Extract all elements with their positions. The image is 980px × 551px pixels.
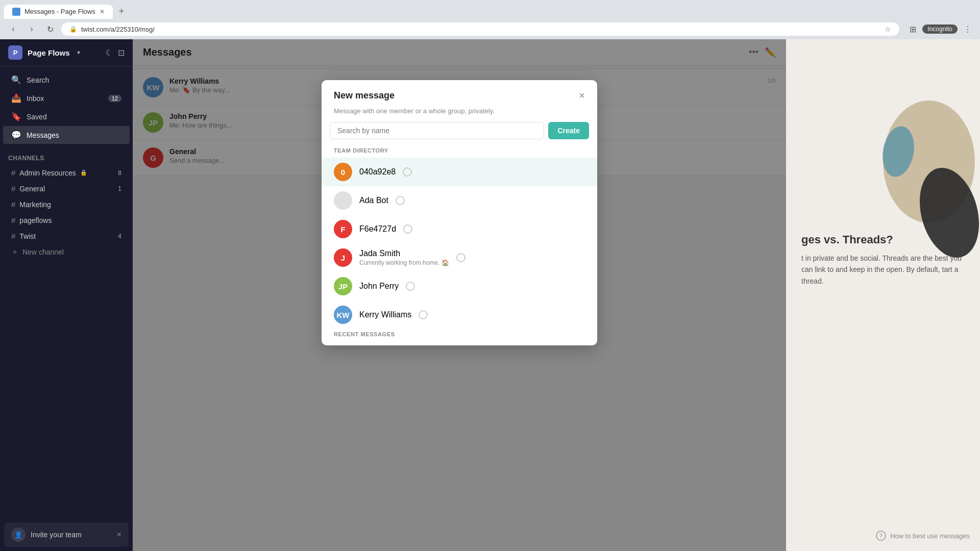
right-panel-heading: ges vs. Threads? <box>801 233 965 246</box>
back-btn[interactable]: ‹ <box>6 22 20 36</box>
browser-chrome: Messages - Page Flows ✕ + ‹ › ↻ 🔒 twist.… <box>0 0 980 39</box>
team-member-item-kw2[interactable]: KW Kerry Williams <box>322 300 597 329</box>
team-member-name-ada: Ada Bot <box>359 196 388 205</box>
twist-badge: 4 <box>118 233 121 240</box>
help-icon: ? <box>876 531 886 541</box>
reload-btn[interactable]: ↻ <box>43 22 57 36</box>
messages-icon: 💬 <box>11 130 21 140</box>
team-avatar-ada <box>334 191 352 210</box>
channel-item-twist[interactable]: # Twist 4 <box>3 229 130 243</box>
chrome-right: ⊞ Incognito ⋮ <box>908 22 974 36</box>
team-member-radio-f6e[interactable] <box>403 224 412 234</box>
sidebar-header-icons: ☾ ⊡ <box>106 48 125 58</box>
sidebar-item-messages[interactable]: 💬 Messages <box>3 126 130 144</box>
workspace-icon: P <box>8 45 22 60</box>
team-member-item-f6e[interactable]: F F6e4727d <box>322 215 597 243</box>
team-avatar-f6e: F <box>334 220 352 238</box>
team-member-item-ada[interactable]: Ada Bot <box>322 186 597 215</box>
url-text: twist.com/a/225310/msg/ <box>81 26 155 33</box>
right-panel-text: ges vs. Threads? t in private and be soc… <box>801 233 965 287</box>
sidebar: P Page Flows ▾ ☾ ⊡ 🔍 Search 📥 Inbox 12 🔖… <box>0 39 133 551</box>
team-avatar-zero: 0 <box>334 163 352 181</box>
new-tab-btn[interactable]: + <box>115 4 129 19</box>
menu-btn[interactable]: ⋮ <box>962 22 974 36</box>
team-member-radio-ada[interactable] <box>396 196 405 205</box>
invite-close-btn[interactable]: × <box>117 530 121 539</box>
search-icon: 🔍 <box>11 75 21 85</box>
tab-bar: Messages - Page Flows ✕ + <box>0 0 980 19</box>
invite-team-section: 👤 Invite your team × <box>4 522 129 547</box>
team-directory-label: TEAM DIRECTORY <box>322 145 597 158</box>
hash-icon: # <box>11 200 15 209</box>
channel-item-pageflows[interactable]: # pageflows <box>3 213 130 228</box>
address-bar[interactable]: 🔒 twist.com/a/225310/msg/ ☆ <box>61 22 899 36</box>
create-button[interactable]: Create <box>548 122 589 139</box>
tab-close-btn[interactable]: ✕ <box>100 8 105 15</box>
team-member-item-jada[interactable]: J Jada Smith Currently working from home… <box>322 243 597 272</box>
team-avatar-jp2: JP <box>334 277 352 295</box>
recent-item-general[interactable]: G General 040a92e8, F6e4727d, John P. an… <box>322 341 597 345</box>
tab-favicon <box>12 8 20 16</box>
sidebar-item-saved[interactable]: 🔖 Saved <box>3 108 130 126</box>
hash-icon: # <box>11 232 15 240</box>
invite-team-icon: 👤 <box>11 528 26 542</box>
star-icon[interactable]: ☆ <box>885 25 891 33</box>
sidebar-item-search[interactable]: 🔍 Search <box>3 71 130 89</box>
plus-icon: ＋ <box>11 247 18 257</box>
recent-messages-label: RECENT MESSAGES <box>322 329 597 341</box>
workspace-name: Page Flows <box>28 48 70 57</box>
inbox-badge: 12 <box>108 95 121 102</box>
team-avatar-jada: J <box>334 248 352 267</box>
tab-title: Messages - Page Flows <box>24 8 95 15</box>
hash-icon: # <box>11 216 15 224</box>
right-panel: ges vs. Threads? t in private and be soc… <box>786 39 980 551</box>
team-member-radio-kw2[interactable] <box>419 310 428 319</box>
invite-team-label: Invite your team <box>31 531 82 539</box>
add-channel-btn[interactable]: ＋ New channel <box>3 244 130 260</box>
invite-team-left: 👤 Invite your team <box>11 528 82 542</box>
inbox-icon: 📥 <box>11 93 21 103</box>
channels-section-label: Channels <box>0 148 133 165</box>
search-input[interactable] <box>330 122 544 139</box>
channel-item-admin[interactable]: # Admin Resources 🔒 8 <box>3 165 130 180</box>
address-bar-right: ☆ <box>885 25 891 33</box>
team-member-item-zero[interactable]: 0 040a92e8 <box>322 158 597 186</box>
hash-icon: # <box>11 168 15 177</box>
layout-icon[interactable]: ⊡ <box>118 48 125 58</box>
main-content: Messages ••• ✏️ KW Kerry Williams Me: 🔖 … <box>133 39 786 551</box>
team-member-name-jp2: John Perry <box>359 282 399 291</box>
sidebar-nav: 🔍 Search 📥 Inbox 12 🔖 Saved 💬 Messages <box>0 66 133 148</box>
address-bar-row: ‹ › ↻ 🔒 twist.com/a/225310/msg/ ☆ ⊞ Inco… <box>0 19 980 39</box>
team-member-radio-zero[interactable] <box>403 167 412 177</box>
forward-btn[interactable]: › <box>24 22 39 36</box>
help-bar[interactable]: ? How to best use messages <box>876 531 970 541</box>
modal-subtitle: Message with one member or a whole group… <box>322 107 597 122</box>
modal-title: New message <box>334 90 395 101</box>
modal-header: New message × <box>322 80 597 107</box>
moon-icon[interactable]: ☾ <box>106 48 113 58</box>
modal-search-row: Create <box>322 122 597 145</box>
modal-overlay: New message × Message with one member or… <box>133 39 786 551</box>
team-member-item-jp2[interactable]: JP John Perry <box>322 272 597 300</box>
app-container: P Page Flows ▾ ☾ ⊡ 🔍 Search 📥 Inbox 12 🔖… <box>0 39 980 551</box>
team-member-name-kw2: Kerry Williams <box>359 310 411 319</box>
team-member-name-jada: Jada Smith Currently working from home. … <box>359 249 449 266</box>
channel-item-general[interactable]: # General 1 <box>3 181 130 196</box>
team-avatar-kw2: KW <box>334 306 352 324</box>
sidebar-item-inbox[interactable]: 📥 Inbox 12 <box>3 89 130 107</box>
active-tab[interactable]: Messages - Page Flows ✕ <box>4 5 113 19</box>
modal-body: TEAM DIRECTORY 0 040a92e8 Ada Bot <box>322 145 597 345</box>
incognito-badge: Incognito <box>922 24 958 34</box>
extensions-btn[interactable]: ⊞ <box>908 22 918 36</box>
team-member-radio-jp2[interactable] <box>406 282 415 291</box>
new-message-modal: New message × Message with one member or… <box>322 80 597 345</box>
sidebar-header: P Page Flows ▾ ☾ ⊡ <box>0 39 133 66</box>
modal-close-btn[interactable]: × <box>579 90 585 101</box>
right-panel-body: t in private and be social. Threads are … <box>801 253 965 287</box>
team-member-name-zero: 040a92e8 <box>359 167 396 177</box>
workspace-chevron-icon: ▾ <box>77 49 80 56</box>
help-text: How to best use messages <box>890 532 970 540</box>
lock-channel-icon: 🔒 <box>80 169 87 176</box>
team-member-radio-jada[interactable] <box>456 253 465 262</box>
channel-item-marketing[interactable]: # Marketing <box>3 197 130 212</box>
